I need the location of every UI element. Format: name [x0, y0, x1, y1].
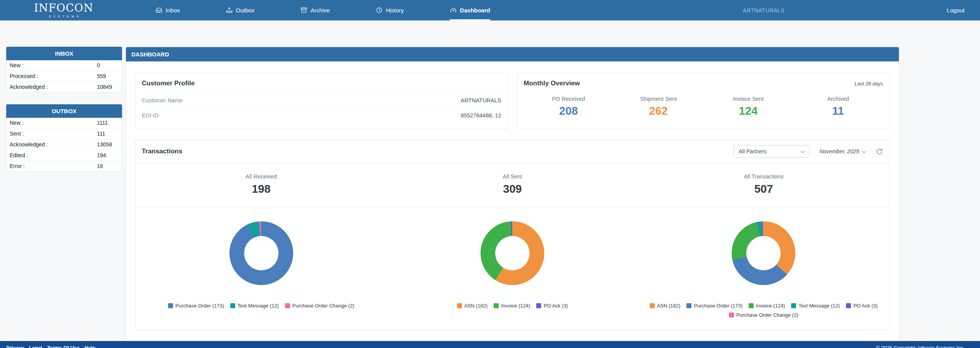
- legend-item[interactable]: Purchase Order Change (2): [729, 312, 798, 318]
- nav-item-label: Inbox: [166, 7, 180, 14]
- overview-stat-label: Shipment Sent: [613, 96, 703, 102]
- nav-item-archive[interactable]: Archive: [300, 0, 330, 20]
- refresh-icon[interactable]: [876, 148, 883, 155]
- main-nav: InboxOutboxArchiveHistoryDashboard: [155, 0, 490, 20]
- legend-label: Purchase Order (173): [175, 303, 224, 309]
- overview-stat: PO Received208: [524, 96, 614, 117]
- legend-swatch: [457, 303, 462, 308]
- page-title: DASHBOARD: [126, 47, 899, 61]
- legend-item[interactable]: ASN (182): [457, 303, 488, 309]
- legend-item[interactable]: Purchase Order (173): [168, 303, 224, 309]
- legend-item[interactable]: PO Ack (3): [846, 303, 878, 309]
- customer-profile-card: Customer Profile Customer NameARTNATURAL…: [135, 73, 508, 129]
- top-navbar: INFOCON SYSTEMS InboxOutboxArchiveHistor…: [0, 0, 980, 20]
- footer: PrivacyLegalTerms Of UseHelp © 2025 Copy…: [0, 341, 980, 348]
- nav-item-inbox[interactable]: Inbox: [155, 0, 180, 20]
- monthly-overview-title: Monthly Overview: [524, 80, 580, 87]
- brand-subname: SYSTEMS: [49, 15, 81, 18]
- transactions-total: All Transactions507: [638, 173, 889, 195]
- chart-legend: ASN (182)Invoice (124)PO Ack (3): [457, 303, 568, 309]
- footer-link-privacy[interactable]: Privacy: [6, 345, 24, 348]
- overview-stat-label: Archived: [793, 96, 883, 102]
- transactions-totals-row: All Received198All Sent309All Transactio…: [136, 163, 889, 207]
- summary-row-value: 0: [97, 62, 100, 69]
- nav-item-dashboard[interactable]: Dashboard: [450, 0, 490, 20]
- donut-chart[interactable]: [229, 221, 293, 285]
- inbox-summary-rows: New :0Processed :559Acknowledged :10849: [6, 60, 122, 93]
- summary-row-value: 1111: [97, 120, 108, 126]
- legend-label: Purchase Order Change (2): [292, 303, 354, 309]
- transactions-total-value: 309: [387, 183, 638, 195]
- legend-swatch: [285, 303, 290, 308]
- month-select[interactable]: November, 2025: [819, 148, 866, 154]
- transactions-header: Transactions All Partners November, 2025: [136, 140, 889, 163]
- profile-row: Customer NameARTNATURALS: [142, 93, 501, 108]
- partner-select-value: All Partners: [739, 148, 766, 154]
- chart-column: ASN (182)Purchase Order (173)Invoice (12…: [638, 221, 889, 318]
- inbox-summary-panel: INBOX New :0Processed :559Acknowledged :…: [6, 47, 122, 93]
- summary-row-label: New :: [10, 120, 24, 126]
- summary-row-label: New :: [10, 62, 24, 68]
- legend-item[interactable]: Invoice (124): [494, 303, 530, 309]
- page-layout: INBOX New :0Processed :559Acknowledged :…: [6, 47, 899, 341]
- legend-label: Purchase Order (173): [694, 303, 742, 309]
- month-select-value: November, 2025: [819, 148, 859, 154]
- chevron-down-icon: [801, 149, 805, 153]
- footer-link-legal[interactable]: Legal: [29, 345, 42, 348]
- summary-row-value: 194: [97, 152, 106, 159]
- transactions-total-label: All Received: [136, 173, 387, 180]
- summary-row-label: Edited :: [10, 152, 28, 158]
- monthly-overview-stats: PO Received208Shipment Sent262Invoice Se…: [524, 96, 883, 117]
- summary-row-label: Acknowledged :: [10, 84, 48, 90]
- transactions-title: Transactions: [142, 148, 182, 155]
- donut-chart[interactable]: [481, 221, 544, 285]
- nav-item-outbox[interactable]: Outbox: [226, 0, 255, 20]
- legend-item[interactable]: Invoice (124): [749, 303, 785, 309]
- footer-link-terms-of-use[interactable]: Terms Of Use: [47, 345, 80, 348]
- overview-period-label: Last 28 days: [854, 81, 883, 87]
- copyright: © 2025 Copyright: Infocon Systems Inc.: [876, 345, 965, 348]
- summary-row-label: Error :: [10, 163, 25, 169]
- footer-link-help[interactable]: Help: [85, 345, 95, 348]
- summary-row: Acknowledged :13058: [7, 139, 122, 150]
- transactions-total-value: 507: [638, 183, 889, 195]
- transactions-charts-row: Purchase Order (173)Text Message (12)Pur…: [136, 207, 889, 329]
- legend-swatch: [230, 303, 235, 308]
- legend-label: ASN (182): [464, 303, 488, 309]
- legend-item[interactable]: Purchase Order Change (2): [285, 303, 354, 309]
- dashboard-panel: DASHBOARD Customer Profile Customer Name…: [126, 47, 899, 341]
- profile-row-label: EDI-ID: [142, 112, 159, 119]
- legend-item[interactable]: PO Ack (3): [536, 303, 568, 309]
- logout-button[interactable]: Logout: [947, 7, 965, 14]
- legend-item[interactable]: Text Message (12): [230, 303, 279, 309]
- legend-label: Invoice (124): [501, 303, 530, 309]
- partner-select[interactable]: All Partners: [734, 145, 809, 158]
- summary-row: New :0: [7, 60, 122, 71]
- legend-item[interactable]: Text Message (12): [791, 303, 840, 309]
- profile-row-label: Customer Name: [142, 97, 183, 104]
- outbox-summary-panel: OUTBOX New :1111Sent :111Acknowledged :1…: [6, 104, 122, 172]
- legend-swatch: [749, 303, 754, 308]
- legend-swatch: [686, 303, 691, 308]
- overview-stat-label: Invoice Sent: [703, 96, 793, 102]
- summary-row: Error :18: [7, 161, 122, 171]
- legend-label: Text Message (12): [238, 303, 279, 309]
- brand-name: INFOCON: [34, 3, 93, 14]
- donut-chart[interactable]: [732, 221, 795, 285]
- legend-swatch: [494, 303, 499, 308]
- chevron-down-icon: [862, 149, 866, 153]
- overview-stat: Shipment Sent262: [613, 96, 703, 117]
- summary-row-value: 18: [97, 163, 103, 170]
- legend-item[interactable]: ASN (182): [650, 303, 681, 309]
- legend-item[interactable]: Purchase Order (173): [686, 303, 742, 309]
- legend-swatch: [846, 303, 851, 308]
- profile-row: EDI-ID8552784488, 12: [142, 108, 501, 123]
- outbox-summary-rows: New :1111Sent :111Acknowledged :13058Edi…: [6, 118, 122, 172]
- overview-stat-value: 124: [703, 105, 793, 117]
- nav-item-label: Dashboard: [460, 7, 490, 14]
- nav-item-history[interactable]: History: [375, 0, 404, 20]
- summary-row-label: Acknowledged :: [10, 141, 48, 148]
- dashboard-panel-body: Customer Profile Customer NameARTNATURAL…: [126, 61, 899, 341]
- legend-label: Purchase Order Change (2): [736, 312, 798, 318]
- brand-logo[interactable]: INFOCON SYSTEMS: [34, 0, 93, 20]
